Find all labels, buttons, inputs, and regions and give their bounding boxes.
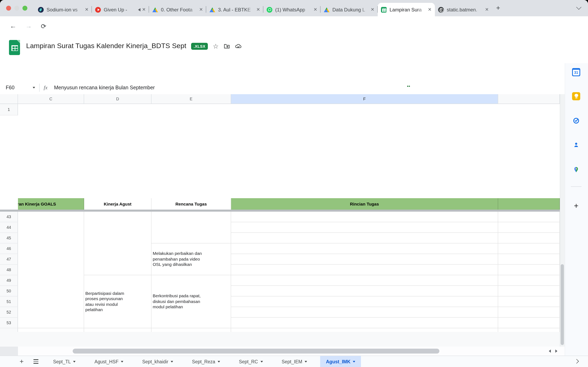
name-box-dropdown-icon[interactable] <box>33 87 35 88</box>
cell-e49-merged[interactable]: Berkontribusi pada rapat, diskusi dan pe… <box>151 275 231 328</box>
close-tab-icon[interactable]: ✕ <box>485 7 489 12</box>
cell-f45[interactable] <box>231 233 498 243</box>
star-document-icon[interactable]: ☆ <box>213 42 219 50</box>
cell-g51[interactable] <box>498 296 560 307</box>
reload-icon[interactable]: ⟳ <box>41 22 46 30</box>
move-folder-icon[interactable] <box>224 43 230 49</box>
maximize-window-button[interactable] <box>22 6 27 11</box>
cell-f46[interactable] <box>231 243 498 254</box>
close-tab-icon[interactable]: ✕ <box>371 7 374 12</box>
tasks-icon[interactable] <box>572 116 581 125</box>
forward-icon[interactable]: → <box>25 22 32 30</box>
row-header[interactable]: 53 <box>0 318 18 328</box>
cell-g50[interactable] <box>498 286 560 296</box>
add-sheet-icon[interactable]: + <box>20 358 24 366</box>
row-header[interactable]: 49 <box>0 275 18 286</box>
row-header[interactable]: 50 <box>0 286 18 296</box>
cell-f1[interactable]: Rincian Tugas <box>231 198 498 210</box>
cell-g49[interactable] <box>498 275 560 286</box>
scroll-left-arrow-icon[interactable] <box>549 350 551 353</box>
cell-region-empty[interactable] <box>84 212 151 275</box>
browser-tab[interactable]: 3. Aul - EBTKE ✕ <box>206 3 263 16</box>
column-header-g[interactable] <box>498 94 560 104</box>
cell-region-empty[interactable] <box>18 212 84 328</box>
cell-g43[interactable] <box>498 212 560 222</box>
row-header[interactable]: 52 <box>0 307 18 318</box>
row-header[interactable]: 46 <box>0 243 18 254</box>
cell-e1[interactable]: Rencana Tugas <box>151 198 231 210</box>
tab-search-chevron-icon[interactable] <box>576 4 581 9</box>
minimize-window-button[interactable] <box>14 6 19 11</box>
horizontal-scrollbar-thumb[interactable] <box>73 349 439 354</box>
formula-input[interactable]: Menyusun rencana kinerja Bulan September <box>54 85 155 90</box>
new-tab-button[interactable]: + <box>496 5 500 11</box>
cell-d1[interactable]: Kinerja Agust <box>84 198 151 210</box>
cell-f43[interactable] <box>231 212 498 222</box>
contacts-icon[interactable] <box>572 140 581 149</box>
grid-corner[interactable] <box>0 94 18 104</box>
tab-audio-icon[interactable] <box>138 8 140 11</box>
back-icon[interactable]: ← <box>10 22 16 30</box>
sheet-tab[interactable]: Sept_TL <box>47 356 81 367</box>
cell-f49[interactable] <box>231 275 498 286</box>
close-tab-icon[interactable]: ✕ <box>428 7 432 12</box>
column-header-e[interactable]: E <box>151 94 231 104</box>
cloud-status-icon[interactable] <box>235 43 242 49</box>
browser-tab[interactable]: Given Up - ✕ <box>92 3 149 16</box>
browser-tab[interactable]: Data Dukung L ✕ <box>320 3 378 16</box>
cell-f53[interactable] <box>231 318 498 328</box>
row-header[interactable]: 45 <box>0 233 18 243</box>
sheet-tab[interactable]: Agust_HSF <box>89 356 129 367</box>
sheet-tab[interactable]: Sept_IEM <box>276 356 313 367</box>
all-sheets-icon[interactable] <box>34 359 38 364</box>
cell-c1[interactable]: ran Kinerja GOALS <box>18 198 84 210</box>
get-addons-plus-icon[interactable]: + <box>572 201 581 210</box>
browser-tab[interactable]: Sodium-ion vs ✕ <box>35 3 92 16</box>
row-header[interactable]: 51 <box>0 296 18 307</box>
maps-icon[interactable] <box>572 165 581 174</box>
row-header[interactable]: 47 <box>0 254 18 265</box>
column-header-d[interactable]: D <box>84 94 151 104</box>
column-header-f-selected[interactable]: F <box>231 94 498 104</box>
cell-g1[interactable] <box>498 198 560 210</box>
browser-tab-active[interactable]: Lampiran Sura ✕ <box>378 3 435 16</box>
sheet-tab[interactable]: Sept_khaidir <box>136 356 179 367</box>
browser-tab[interactable]: (1) WhatsApp ✕ <box>263 3 320 16</box>
sheets-logo[interactable] <box>9 40 20 55</box>
close-window-button[interactable] <box>6 6 11 11</box>
close-tab-icon[interactable]: ✕ <box>199 7 203 12</box>
close-tab-icon[interactable]: ✕ <box>142 7 146 12</box>
sheet-tab[interactable]: Sept_Reza <box>186 356 226 367</box>
row-header[interactable]: 48 <box>0 265 18 275</box>
sheet-tab[interactable]: Sept_RC <box>233 356 268 367</box>
cell-f44[interactable] <box>231 222 498 233</box>
sheet-tab-active[interactable]: Agust_IMK <box>320 356 361 367</box>
close-tab-icon[interactable]: ✕ <box>256 7 260 12</box>
cell-region-empty[interactable] <box>151 212 231 243</box>
cell-g44[interactable] <box>498 222 560 233</box>
cell-g53[interactable] <box>498 318 560 328</box>
cell-e46-merged[interactable]: Melakukan perbaikan dan penambahan pada … <box>151 243 231 275</box>
name-box[interactable]: F60 <box>0 85 35 90</box>
row-header[interactable]: 44 <box>0 222 18 233</box>
close-tab-icon[interactable]: ✕ <box>314 7 317 12</box>
row-header-1[interactable]: 1 <box>0 104 18 115</box>
browser-tab[interactable]: 0. Other Foota ✕ <box>149 3 206 16</box>
cell-f50[interactable] <box>231 286 498 296</box>
calendar-icon[interactable]: 31 <box>572 68 581 77</box>
cell-g45[interactable] <box>498 233 560 243</box>
browser-tab[interactable]: static.batmen. ✕ <box>435 3 492 16</box>
cell-g47[interactable] <box>498 254 560 265</box>
row-header[interactable]: 43 <box>0 212 18 222</box>
cell-f48[interactable] <box>231 265 498 275</box>
vertical-scrollbar-thumb[interactable] <box>561 264 564 345</box>
cell-d49-merged[interactable]: Berpartisipasi dalam proses penyusunan a… <box>84 275 151 328</box>
cell-f51[interactable] <box>231 296 498 307</box>
cell-f47[interactable] <box>231 254 498 265</box>
cell-g46[interactable] <box>498 243 560 254</box>
close-tab-icon[interactable]: ✕ <box>85 7 89 12</box>
document-title[interactable]: Lampiran Surat Tugas Kalender Kinerja_BD… <box>26 42 186 50</box>
frozen-row-divider[interactable] <box>0 210 560 212</box>
keep-icon[interactable] <box>572 92 581 101</box>
cell-g48[interactable] <box>498 265 560 275</box>
